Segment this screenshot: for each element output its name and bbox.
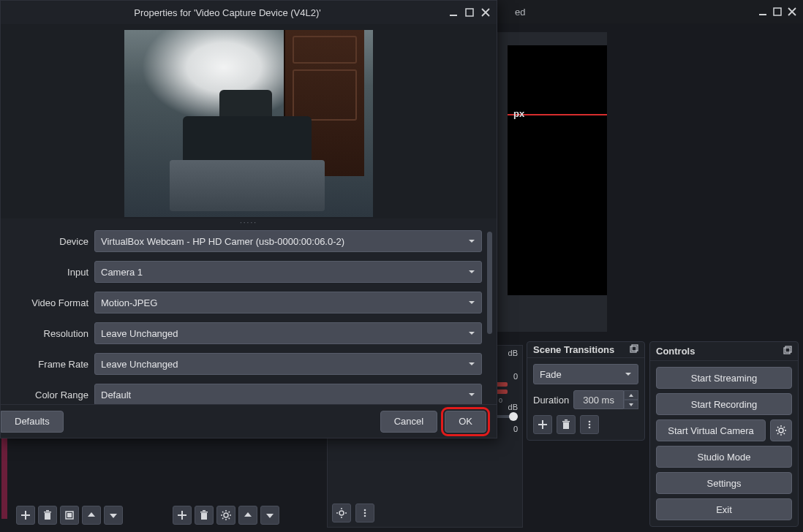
controls-popout-icon[interactable]	[783, 346, 792, 357]
svg-point-5	[339, 511, 344, 515]
input-label: Input	[7, 267, 88, 278]
dialog-scrollbar[interactable]	[487, 232, 492, 334]
dialog-minimize-button[interactable]	[448, 7, 459, 18]
scenes-remove-button[interactable]	[38, 506, 57, 525]
dialog-form: Device VirtualBox Webcam - HP HD Camer (…	[1, 224, 497, 404]
preview-canvas[interactable]	[508, 45, 607, 295]
video-format-select[interactable]: Motion-JPEG	[94, 292, 482, 314]
controls-title: Controls	[656, 346, 695, 357]
chevron-down-icon	[468, 328, 475, 339]
input-value: Camera 1	[101, 267, 143, 278]
duration-step-up[interactable]	[624, 390, 638, 400]
duration-step-down[interactable]	[624, 400, 638, 409]
duration-value: 300 ms	[573, 390, 624, 409]
resolution-value: Leave Unchanged	[101, 328, 178, 339]
svg-point-12	[589, 424, 591, 426]
properties-dialog: Properties for 'Video Capture Device (V4…	[0, 0, 497, 438]
scene-transitions-title: Scene Transitions	[533, 344, 614, 355]
transitions-popout-icon[interactable]	[630, 344, 638, 355]
dialog-resize-grip[interactable]: ·····	[1, 218, 497, 224]
svg-rect-15	[785, 346, 791, 352]
frame-rate-label: Frame Rate	[7, 359, 88, 370]
webcam-preview-image	[124, 30, 373, 217]
video-format-value: Motion-JPEG	[101, 297, 157, 308]
studio-mode-button[interactable]: Studio Mode	[656, 446, 792, 468]
sources-remove-button[interactable]	[195, 506, 214, 525]
resolution-select[interactable]: Leave Unchanged	[94, 322, 482, 344]
start-recording-button[interactable]: Start Recording	[656, 393, 792, 415]
cancel-button[interactable]: Cancel	[380, 411, 437, 433]
scene-transitions-panel: Scene Transitions Fade Duration 300 ms	[527, 341, 645, 441]
transition-menu-button[interactable]	[580, 415, 599, 434]
svg-point-13	[589, 427, 591, 429]
chevron-down-icon	[468, 267, 475, 278]
chevron-down-icon	[468, 236, 475, 247]
main-title-fragment: ed	[515, 7, 525, 18]
device-select[interactable]: VirtualBox Webcam - HP HD Camer (usb-000…	[94, 230, 482, 252]
left-stripe	[1, 438, 7, 519]
main-close-button[interactable]	[787, 7, 797, 17]
sources-toolbar	[173, 504, 319, 526]
video-format-label: Video Format	[7, 297, 88, 308]
defaults-button[interactable]: Defaults	[1, 411, 64, 433]
svg-point-8	[364, 515, 366, 517]
frame-rate-select[interactable]: Leave Unchanged	[94, 353, 482, 375]
chevron-down-icon	[468, 390, 475, 400]
transition-remove-button[interactable]	[557, 415, 576, 434]
audio-db-value-2: 0	[513, 425, 518, 433]
dialog-titlebar[interactable]: Properties for 'Video Capture Device (V4…	[1, 1, 497, 24]
resolution-label: Resolution	[7, 328, 88, 339]
input-select[interactable]: Camera 1	[94, 261, 482, 283]
main-maximize-button[interactable]	[772, 7, 783, 17]
duration-input[interactable]: 300 ms	[573, 390, 638, 409]
svg-rect-14	[784, 348, 790, 354]
svg-rect-18	[466, 9, 473, 16]
audio-db-label-2: dB	[508, 403, 518, 411]
svg-rect-9	[630, 346, 636, 352]
duration-label: Duration	[533, 395, 569, 406]
sources-move-up-button[interactable]	[238, 506, 257, 525]
dialog-title: Properties for 'Video Capture Device (V4…	[7, 7, 448, 18]
settings-button[interactable]: Settings	[656, 472, 792, 494]
chevron-down-icon	[625, 369, 632, 380]
svg-rect-3	[67, 513, 72, 517]
transition-select[interactable]: Fade	[533, 364, 638, 384]
svg-point-4	[224, 513, 228, 517]
chevron-down-icon	[468, 359, 475, 370]
chevron-down-icon	[468, 297, 475, 308]
scenes-move-down-button[interactable]	[104, 506, 123, 525]
svg-rect-1	[774, 8, 781, 15]
audio-advanced-button[interactable]	[332, 503, 351, 522]
virtual-camera-settings-button[interactable]	[770, 419, 792, 441]
scenes-filter-button[interactable]	[60, 506, 79, 525]
transition-add-button[interactable]	[533, 415, 552, 434]
ok-button[interactable]: OK	[445, 411, 486, 433]
color-range-select[interactable]: Default	[94, 384, 482, 404]
dialog-preview	[1, 24, 497, 218]
frame-rate-value: Leave Unchanged	[101, 359, 178, 370]
start-virtual-camera-button[interactable]: Start Virtual Camera	[656, 419, 766, 441]
audio-menu-button[interactable]	[355, 503, 374, 522]
svg-rect-17	[450, 15, 457, 16]
audio-db-label-1: dB	[508, 349, 518, 357]
preview-px-label: px	[513, 108, 524, 119]
svg-point-16	[779, 428, 783, 433]
transition-select-value: Fade	[540, 369, 562, 380]
exit-button[interactable]: Exit	[656, 498, 792, 520]
audio-db-value-1: 0	[513, 372, 518, 381]
start-streaming-button[interactable]: Start Streaming	[656, 367, 792, 389]
svg-point-11	[589, 421, 591, 423]
svg-point-6	[364, 509, 366, 512]
device-value: VirtualBox Webcam - HP HD Camer (usb-000…	[101, 236, 344, 247]
svg-point-7	[364, 512, 366, 514]
sources-properties-button[interactable]	[216, 506, 235, 525]
main-minimize-button[interactable]	[758, 7, 768, 17]
dialog-close-button[interactable]	[480, 7, 491, 18]
scenes-add-button[interactable]	[16, 506, 35, 525]
svg-rect-10	[632, 345, 638, 351]
sources-move-down-button[interactable]	[260, 506, 279, 525]
sources-add-button[interactable]	[173, 506, 192, 525]
scenes-move-up-button[interactable]	[82, 506, 101, 525]
controls-panel: Controls Start Streaming Start Recording…	[649, 341, 799, 527]
dialog-maximize-button[interactable]	[464, 7, 475, 18]
